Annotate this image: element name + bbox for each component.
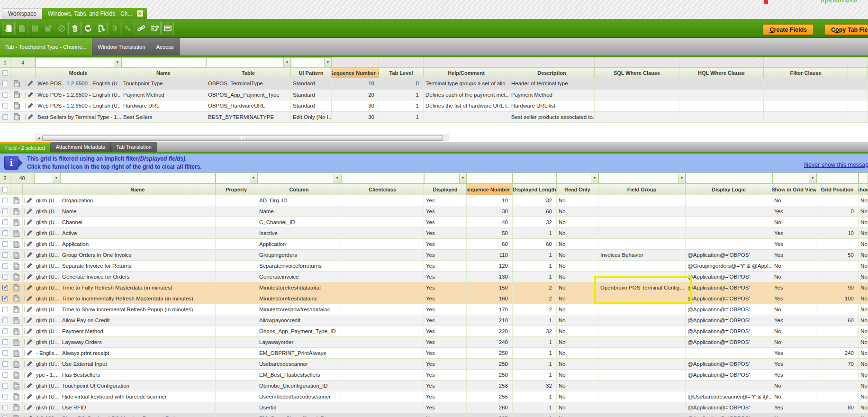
edit-record-icon[interactable]	[23, 261, 34, 271]
row-checkbox[interactable]	[2, 405, 8, 410]
filter-input[interactable]: ▼	[291, 57, 332, 67]
form-view-icon[interactable]	[10, 90, 23, 100]
column-header-property[interactable]: Property	[216, 184, 257, 195]
edit-record-icon[interactable]	[23, 78, 36, 89]
filter-dropdown-icon[interactable]: ▼	[324, 58, 331, 67]
form-view-icon[interactable]	[10, 348, 23, 358]
row-checkbox[interactable]	[2, 208, 8, 214]
form-view-icon[interactable]	[10, 112, 23, 123]
filter-input[interactable]: ▼	[216, 172, 257, 183]
edit-record-icon[interactable]	[23, 413, 34, 417]
form-view-icon[interactable]	[10, 326, 23, 336]
tab-access[interactable]: Access	[151, 38, 180, 55]
form-view-icon[interactable]	[10, 78, 23, 89]
filter-input[interactable]	[121, 57, 206, 67]
edit-record-icon[interactable]	[23, 272, 34, 282]
column-header-blank[interactable]	[34, 184, 60, 195]
table-row[interactable]: glish (U...Generate Invoice for OrdersGe…	[0, 272, 868, 282]
form-view-icon[interactable]	[10, 315, 23, 326]
column-header-show-in-grid-view[interactable]: Show in Grid View	[772, 184, 816, 195]
filter-dropdown-icon[interactable]: ▼	[114, 58, 121, 67]
row-checkbox[interactable]	[2, 114, 8, 120]
edit-record-icon[interactable]	[23, 391, 34, 402]
edit-record-icon[interactable]	[23, 337, 34, 347]
column-header-sequence-number[interactable]: Sequence Number▲	[332, 68, 379, 78]
row-checkbox[interactable]	[2, 285, 8, 290]
row-checkbox[interactable]	[2, 274, 8, 280]
edit-record-icon[interactable]	[23, 359, 34, 369]
tab-field[interactable]: Field - 2 selected	[0, 142, 51, 152]
form-view-icon[interactable]	[10, 206, 23, 217]
table-row[interactable]: Best Sellers by Terminal Type - 1....Bes…	[0, 112, 868, 123]
row-checkbox[interactable]	[2, 339, 8, 345]
form-view-icon[interactable]	[10, 304, 23, 315]
filter-input[interactable]: ▼	[257, 172, 341, 183]
table-row[interactable]: glish (U...Allow Pay on CreditAllowpayon…	[0, 315, 868, 326]
row-checkbox[interactable]	[2, 350, 8, 356]
table-row[interactable]: glish (U...ActiveIsactiveYes501NoYes10No	[0, 228, 868, 239]
filter-input[interactable]: ▼	[598, 172, 686, 183]
column-header-read-only[interactable]: Read Only	[557, 184, 598, 195]
filter-dropdown-icon[interactable]: ▼	[334, 173, 341, 183]
edit-record-icon[interactable]	[23, 195, 34, 206]
row-checkbox[interactable]	[2, 296, 8, 301]
create-fields-button[interactable]: Create Fields	[763, 24, 814, 35]
form-view-icon[interactable]	[10, 239, 23, 249]
column-header-displayed-length[interactable]: Displayed Length	[513, 184, 557, 195]
column-header-table[interactable]: Table	[206, 68, 291, 78]
row-checkbox[interactable]	[2, 219, 8, 225]
table-row[interactable]: glish (U...Layaway OrdersLayawayorderYes…	[0, 337, 868, 348]
edit-record-icon[interactable]	[23, 239, 34, 249]
table-row[interactable]: Web POS - 1.2.6500 - English (U...Touchp…	[0, 78, 868, 90]
column-header-hql-where-clause[interactable]: HQL Where Clause	[679, 68, 764, 78]
edit-record-icon[interactable]	[23, 348, 34, 358]
column-header-field-group[interactable]: Field Group	[598, 184, 686, 195]
table-row[interactable]: Web POS - 1.2.6500 - English (U...Hardwa…	[0, 100, 868, 112]
edit-record-icon[interactable]	[23, 304, 34, 315]
filter-input[interactable]: ▼	[34, 172, 60, 183]
select-all-checkbox[interactable]	[2, 70, 8, 76]
table-row[interactable]: glish (U...Time to Fully Refresh Masterd…	[0, 282, 868, 293]
table-row[interactable]: glish (U...Hide virtual keyboard with ba…	[0, 391, 868, 402]
form-view-icon[interactable]	[10, 359, 23, 369]
column-header-description[interactable]: Description	[509, 68, 595, 78]
table-row[interactable]: glish (U...NameNameYes3060NoYes0No	[0, 206, 868, 217]
form-view-icon[interactable]	[10, 293, 23, 304]
tab-window-translation[interactable]: Window Translation	[92, 38, 151, 55]
column-header-grid-position[interactable]: Grid Position	[816, 184, 859, 195]
edit-record-icon[interactable]	[23, 293, 34, 304]
row-checkbox[interactable]	[2, 92, 8, 98]
column-header-name[interactable]: Name	[60, 184, 216, 195]
horizontal-scrollbar[interactable]: ◄	[36, 135, 449, 141]
form-view-icon[interactable]	[10, 272, 23, 282]
workspace-tab[interactable]: Workspace	[2, 8, 43, 19]
scroll-left-icon[interactable]: ◄	[36, 135, 42, 141]
column-header-displayed[interactable]: Displayed	[424, 184, 467, 195]
column-header-clientclass[interactable]: Clientclass	[341, 184, 424, 195]
row-checkbox[interactable]	[2, 372, 8, 378]
never-show-message-link[interactable]: Never show this message ag	[804, 162, 868, 168]
filter-dropdown-icon[interactable]: ▼	[678, 173, 685, 183]
row-checkbox[interactable]	[2, 241, 8, 247]
edit-record-icon[interactable]	[23, 381, 34, 391]
filter-input[interactable]	[513, 172, 557, 183]
grid-form-toggle-icon[interactable]	[161, 22, 174, 35]
filter-dropdown-icon[interactable]: ▼	[283, 58, 290, 67]
column-header-show[interactable]: Show	[859, 184, 868, 195]
column-header-filter-clause[interactable]: Filter Clause	[764, 68, 848, 78]
delete-icon[interactable]	[68, 22, 81, 35]
filter-input[interactable]	[859, 172, 868, 183]
edit-record-icon[interactable]	[23, 370, 34, 380]
row-checkbox[interactable]	[2, 317, 8, 323]
row-checkbox[interactable]	[2, 328, 8, 334]
link-icon[interactable]	[135, 22, 147, 35]
form-view-icon[interactable]	[10, 402, 23, 413]
table-row[interactable]: glish (U...OrganizationAD_Org_IDYes1032N…	[0, 195, 868, 206]
refresh-icon[interactable]	[81, 22, 94, 35]
column-header-name[interactable]: Name	[121, 68, 206, 78]
copy-tab-fields-button[interactable]: Copy Tab Fields	[824, 24, 868, 35]
filter-input[interactable]: ▼	[36, 57, 121, 67]
edit-record-icon[interactable]	[23, 90, 36, 100]
form-view-icon[interactable]	[10, 381, 23, 391]
form-view-icon[interactable]	[10, 217, 23, 227]
